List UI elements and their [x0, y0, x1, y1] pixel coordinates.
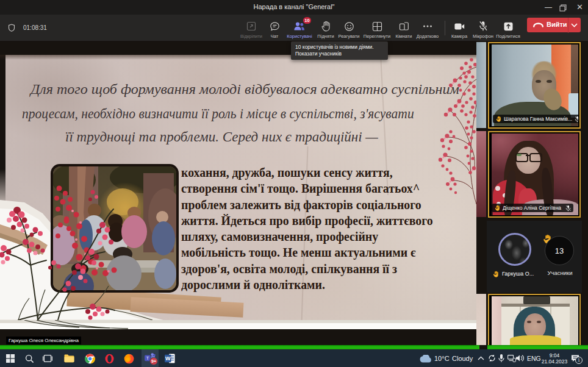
svg-text:T: T: [146, 356, 149, 361]
svg-text:W: W: [165, 355, 170, 362]
